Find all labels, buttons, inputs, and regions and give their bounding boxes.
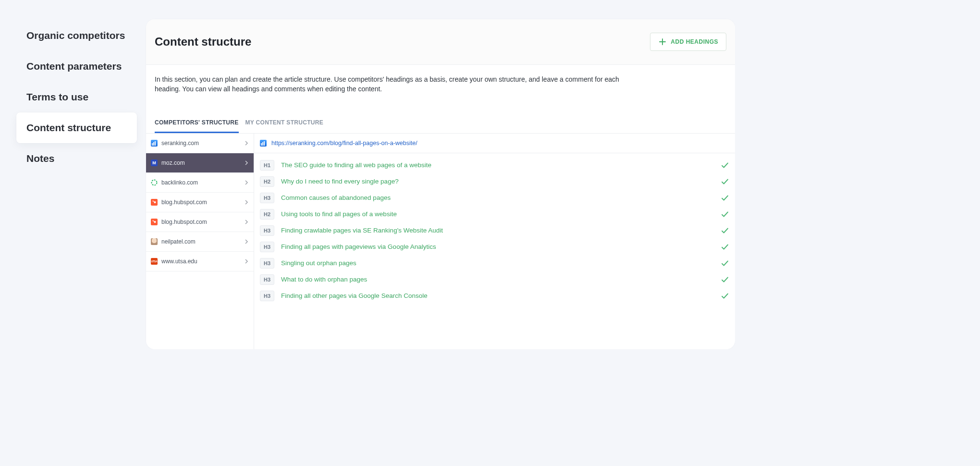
chevron-right-icon — [244, 200, 249, 205]
competitor-row[interactable]: blog.hubspot.com — [146, 212, 254, 232]
heading-level-tag: H2 — [260, 209, 274, 220]
heading-row[interactable]: H3 Common causes of abandoned pages — [260, 190, 729, 206]
check-icon — [721, 194, 729, 202]
heading-text: Finding all other pages via Google Searc… — [281, 292, 714, 299]
tabs: COMPETITORS' STRUCTURE MY CONTENT STRUCT… — [146, 113, 735, 134]
svg-point-5 — [152, 180, 157, 185]
sidebar-item-terms-to-use[interactable]: Terms to use — [0, 82, 146, 112]
root-layout: Organic competitors Content parameters T… — [0, 0, 735, 349]
heading-text: Finding crawlable pages via SE Ranking's… — [281, 227, 714, 234]
competitor-domain: neilpatel.com — [161, 238, 240, 245]
heading-row[interactable]: H3 Finding crawlable pages via SE Rankin… — [260, 222, 729, 239]
favicon-neilpatel-icon — [151, 238, 158, 245]
heading-text: Singling out orphan pages — [281, 259, 714, 267]
chevron-right-icon — [244, 141, 249, 146]
svg-line-8 — [153, 201, 155, 202]
check-icon — [721, 210, 729, 219]
heading-level-tag: H3 — [260, 225, 274, 236]
competitor-domain: www.utsa.edu — [161, 258, 240, 265]
heading-level-tag: H3 — [260, 274, 274, 285]
svg-rect-2 — [152, 143, 153, 146]
favicon-backlinko-icon — [151, 179, 158, 186]
heading-level-tag: H2 — [260, 176, 274, 187]
check-icon — [721, 177, 729, 186]
favicon-moz-icon — [151, 159, 158, 166]
chevron-right-icon — [244, 220, 249, 224]
plus-icon — [658, 37, 667, 46]
chevron-right-icon — [244, 180, 249, 185]
favicon-utsa-icon — [151, 258, 158, 265]
tab-competitors-structure[interactable]: COMPETITORS' STRUCTURE — [155, 113, 239, 133]
check-icon — [721, 226, 729, 235]
heading-level-tag: H1 — [260, 160, 274, 171]
heading-level-tag: H3 — [260, 291, 274, 301]
content-body: seranking.com moz.com backlinko.com — [146, 134, 735, 349]
source-url-link[interactable]: https://seranking.com/blog/find-all-page… — [271, 140, 417, 147]
svg-rect-12 — [261, 143, 262, 146]
section-description: In this section, you can plan and create… — [146, 65, 655, 94]
svg-rect-14 — [264, 141, 265, 146]
heading-text: Finding all pages with pageviews via Goo… — [281, 243, 714, 250]
heading-row[interactable]: H3 Finding all pages with pageviews via … — [260, 239, 729, 255]
check-icon — [721, 243, 729, 251]
competitor-row[interactable]: seranking.com — [146, 134, 254, 153]
heading-text: Common causes of abandoned pages — [281, 194, 714, 201]
competitor-list: seranking.com moz.com backlinko.com — [146, 134, 254, 349]
sidebar: Organic competitors Content parameters T… — [0, 0, 146, 349]
competitor-domain: backlinko.com — [161, 179, 240, 186]
headings-list[interactable]: H1 The SEO guide to finding all web page… — [254, 153, 735, 349]
heading-level-tag: H3 — [260, 242, 274, 252]
favicon-seranking-icon — [260, 140, 267, 147]
heading-row[interactable]: H3 What to do with orphan pages — [260, 271, 729, 288]
heading-text: The SEO guide to finding all web pages o… — [281, 161, 714, 169]
competitor-domain: blog.hubspot.com — [161, 199, 240, 206]
check-icon — [721, 275, 729, 284]
heading-level-tag: H3 — [260, 258, 274, 269]
sidebar-item-notes[interactable]: Notes — [0, 143, 146, 174]
source-url-bar: https://seranking.com/blog/find-all-page… — [254, 134, 735, 153]
heading-level-tag: H3 — [260, 193, 274, 203]
svg-rect-13 — [262, 142, 263, 146]
favicon-seranking-icon — [151, 140, 158, 147]
heading-row[interactable]: H3 Finding all other pages via Google Se… — [260, 288, 729, 304]
main-header: Content structure ADD HEADINGS — [146, 19, 735, 65]
chevron-right-icon — [244, 239, 249, 244]
heading-text: Using tools to find all pages of a websi… — [281, 210, 714, 218]
svg-point-9 — [154, 221, 156, 223]
heading-text: What to do with orphan pages — [281, 276, 714, 283]
heading-row[interactable]: H2 Using tools to find all pages of a we… — [260, 206, 729, 222]
check-icon — [721, 292, 729, 300]
chevron-right-icon — [244, 259, 249, 264]
main-panel: Content structure ADD HEADINGS In this s… — [146, 19, 735, 349]
heading-row[interactable]: H3 Singling out orphan pages — [260, 255, 729, 271]
competitor-row[interactable]: moz.com — [146, 153, 254, 173]
heading-row[interactable]: H1 The SEO guide to finding all web page… — [260, 157, 729, 173]
sidebar-item-content-parameters[interactable]: Content parameters — [0, 51, 146, 82]
favicon-hubspot-icon — [151, 219, 158, 225]
heading-text: Why do I need to find every single page? — [281, 178, 714, 185]
competitor-row[interactable]: neilpatel.com — [146, 232, 254, 252]
competitor-row[interactable]: www.utsa.edu — [146, 252, 254, 271]
tab-my-content-structure[interactable]: MY CONTENT STRUCTURE — [245, 113, 323, 133]
competitor-domain: blog.hubspot.com — [161, 219, 240, 225]
svg-rect-3 — [153, 142, 154, 146]
add-headings-label: ADD HEADINGS — [671, 38, 718, 45]
competitor-domain: moz.com — [161, 159, 240, 166]
check-icon — [721, 161, 729, 170]
sidebar-item-content-structure[interactable]: Content structure — [16, 112, 137, 143]
competitor-detail: https://seranking.com/blog/find-all-page… — [254, 134, 735, 349]
competitor-row[interactable]: blog.hubspot.com — [146, 193, 254, 212]
add-headings-button[interactable]: ADD HEADINGS — [650, 33, 726, 51]
heading-row[interactable]: H2 Why do I need to find every single pa… — [260, 173, 729, 190]
competitor-row[interactable]: backlinko.com — [146, 173, 254, 193]
check-icon — [721, 259, 729, 268]
svg-point-6 — [154, 201, 156, 203]
svg-line-11 — [153, 221, 155, 221]
competitor-domain: seranking.com — [161, 140, 240, 147]
favicon-hubspot-icon — [151, 199, 158, 206]
chevron-right-icon — [244, 160, 249, 165]
svg-rect-4 — [155, 141, 156, 146]
page-title: Content structure — [155, 35, 251, 49]
sidebar-item-organic-competitors[interactable]: Organic competitors — [0, 20, 146, 51]
